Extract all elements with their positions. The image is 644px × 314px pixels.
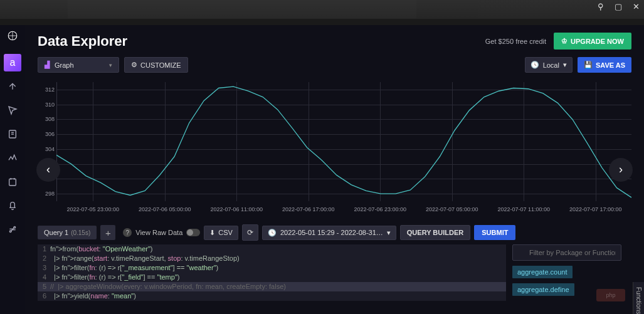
code-line[interactable]: 5// |> aggregateWindow(every: v.windowPe… [38, 282, 506, 291]
page-title: Data Explorer [38, 33, 127, 50]
upgrade-button[interactable]: ♔ UPGRADE NOW [554, 33, 631, 50]
x-axis-label: 2022-07-06 11:00:00 [210, 206, 263, 212]
crown-icon: ♔ [561, 37, 567, 45]
y-axis-label: 304 [40, 146, 55, 152]
x-axis-label: 2022-07-06 17:00:00 [282, 206, 335, 212]
functions-side-tab[interactable]: Functions [633, 282, 644, 314]
y-axis-label: 312 [40, 86, 55, 93]
left-sidebar: a [0, 25, 25, 314]
chart-area: 2983003023043063083103122022-07-05 23:00… [38, 79, 631, 217]
chevron-down-icon: ▾ [109, 62, 112, 68]
x-axis-label: 2022-07-07 05:00:00 [426, 206, 478, 212]
help-icon[interactable]: ? [123, 228, 132, 237]
page-header: Data Explorer Get $250 free credit ♔ UPG… [25, 25, 644, 55]
clock-icon: 🕓 [268, 229, 277, 237]
save-as-button[interactable]: 💾 SAVE AS [578, 57, 631, 73]
flux-editor[interactable]: 1fn">from(bucket: "OpenWeather")2 |> fn"… [38, 244, 506, 301]
x-axis-label: 2022-07-05 23:00:00 [66, 206, 119, 212]
y-axis-label: 298 [40, 191, 55, 197]
function-pill[interactable]: aggregate.define [512, 283, 574, 296]
x-axis-label: 2022-07-07 17:00:00 [569, 206, 622, 212]
carousel-next-button[interactable]: › [609, 158, 633, 182]
function-filter-input[interactable] [512, 244, 621, 261]
gear-icon: ⚙ [131, 61, 137, 69]
customize-button[interactable]: ⚙ CUSTOMIZE [124, 57, 188, 73]
close-icon[interactable]: ✕ [631, 2, 640, 11]
chevron-down-icon: ▾ [563, 61, 567, 69]
nav-notebook-icon[interactable] [4, 125, 21, 143]
app-logo-icon[interactable] [7, 30, 18, 41]
nav-settings-icon[interactable] [4, 221, 21, 238]
code-line[interactable]: 2 |> fn">range(start: v.timeRangeStart, … [38, 254, 506, 263]
nav-explore-icon[interactable] [4, 102, 21, 119]
editor-row: 1fn">from(bucket: "OpenWeather")2 |> fn"… [25, 244, 644, 301]
visualization-type-dropdown[interactable]: ▟ Graph ▾ [38, 57, 119, 73]
y-axis-label: 310 [40, 102, 55, 108]
download-icon: ⬇ [209, 229, 215, 237]
y-axis-label: 306 [40, 131, 55, 137]
nav-upload-icon[interactable] [4, 78, 21, 95]
export-csv-button[interactable]: ⬇ CSV [204, 226, 238, 240]
submit-button[interactable]: SUBMIT [474, 225, 515, 240]
background-residual [0, 0, 644, 19]
add-query-button[interactable]: + [100, 225, 115, 240]
code-line[interactable]: 4 |> fn">filter(fn: (r) => r["_field"] =… [38, 273, 506, 282]
clock-icon: 🕓 [531, 61, 539, 69]
x-axis-label: 2022-07-06 23:00:00 [354, 206, 406, 212]
query-builder-button[interactable]: QUERY BUILDER [400, 225, 470, 240]
toggle-switch[interactable] [186, 229, 200, 236]
restore-icon[interactable]: ▢ [614, 2, 623, 11]
carousel-prev-button[interactable]: ‹ [36, 158, 60, 182]
pin-icon[interactable]: ⚲ [596, 2, 605, 11]
save-icon: 💾 [584, 61, 593, 69]
y-axis-label: 308 [40, 116, 55, 122]
window-controls: ⚲ ▢ ✕ [596, 2, 640, 11]
raw-data-toggle[interactable]: ? View Raw Data [123, 228, 200, 237]
x-axis-label: 2022-07-06 05:00:00 [139, 206, 191, 212]
svg-rect-2 [9, 179, 16, 186]
chart-toolbar: ▟ Graph ▾ ⚙ CUSTOMIZE 🕓 Local ▾ 💾 SAVE A… [25, 55, 644, 79]
watermark: php [596, 289, 625, 301]
query-bar: Query 1 (0.15s) + ? View Raw Data ⬇ CSV … [25, 221, 644, 244]
svg-point-3 [14, 226, 16, 228]
timezone-dropdown[interactable]: 🕓 Local ▾ [525, 57, 573, 73]
code-line[interactable]: 1fn">from(bucket: "OpenWeather") [38, 244, 506, 254]
time-range-dropdown[interactable]: 🕓 2022-05-01 15:29 - 2022-08-31… ▾ [262, 226, 396, 240]
nav-alerts-icon[interactable] [4, 197, 21, 214]
function-pill[interactable]: aggregate.count [512, 266, 573, 278]
chevron-down-icon: ▾ [387, 229, 391, 237]
query-tab-active[interactable]: Query 1 (0.15s) [38, 226, 97, 239]
x-axis-label: 2022-07-07 11:00:00 [497, 206, 550, 212]
code-line[interactable]: 3 |> fn">filter(fn: (r) => r["_measureme… [38, 263, 506, 273]
refresh-button[interactable]: ⟳ [242, 224, 258, 241]
nav-tasks-icon[interactable] [4, 173, 21, 191]
main-content: Data Explorer Get $250 free credit ♔ UPG… [25, 25, 644, 314]
free-credit-link[interactable]: Get $250 free credit [485, 38, 546, 45]
nav-dashboard-icon[interactable] [4, 149, 21, 167]
svg-point-4 [9, 231, 11, 233]
line-chart[interactable] [56, 82, 631, 201]
code-line[interactable]: 6 |> fn">yield(name: "mean") [38, 291, 506, 301]
chart-icon: ▟ [45, 61, 50, 69]
nav-user-icon[interactable]: a [4, 54, 21, 71]
